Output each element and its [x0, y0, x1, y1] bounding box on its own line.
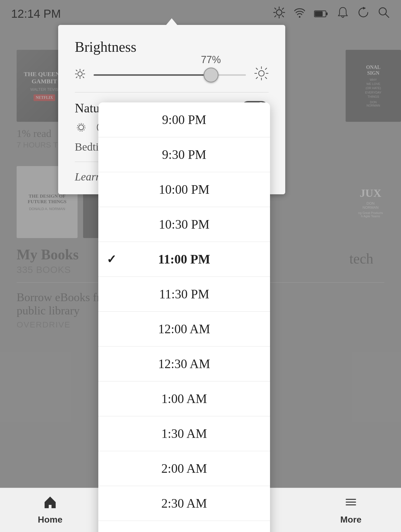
nav-more[interactable]: More [301, 495, 401, 525]
panel-arrow [166, 18, 177, 25]
svg-rect-11 [326, 12, 328, 15]
nav-home[interactable]: Home [0, 495, 100, 525]
brightness-slider[interactable]: 77% [94, 67, 246, 83]
svg-point-24 [259, 71, 264, 76]
sun-small-icon [75, 69, 85, 82]
svg-line-22 [83, 70, 84, 71]
svg-point-33 [79, 125, 84, 130]
time-option-1200am[interactable]: 12:00 AM [98, 312, 270, 347]
status-icons [273, 6, 390, 22]
time-option-1230am[interactable]: 12:30 AM [98, 347, 270, 381]
svg-point-15 [78, 72, 82, 76]
status-time: 12:14 PM [11, 7, 61, 20]
svg-line-7 [282, 8, 284, 9]
time-option-300am[interactable]: 3:00 AM [98, 521, 270, 532]
wifi-icon [294, 6, 306, 22]
time-option-1000pm[interactable]: 10:00 PM [98, 172, 270, 207]
svg-line-29 [256, 68, 258, 69]
svg-line-14 [385, 14, 389, 17]
svg-line-30 [265, 77, 267, 79]
svg-line-6 [282, 16, 284, 17]
time-option-200am[interactable]: 2:00 AM [98, 451, 270, 486]
time-option-930pm[interactable]: 9:30 PM [98, 137, 270, 172]
selected-checkmark: ✓ [107, 252, 116, 266]
svg-line-31 [265, 68, 267, 69]
svg-point-0 [276, 10, 282, 15]
brightness-slider-row: 77% [75, 66, 269, 84]
time-option-100am[interactable]: 1:00 AM [98, 381, 270, 416]
battery-icon [314, 7, 328, 21]
svg-line-8 [275, 16, 276, 17]
time-option-1030pm[interactable]: 10:30 PM [98, 207, 270, 242]
time-option-1130pm[interactable]: 11:30 PM [98, 277, 270, 312]
brightness-value: 77% [201, 54, 221, 66]
more-label: More [340, 515, 361, 525]
brightness-title: Brightness [75, 39, 269, 55]
svg-line-21 [83, 77, 84, 78]
sun-large-icon [254, 66, 269, 84]
more-icon [344, 495, 358, 512]
svg-rect-12 [315, 11, 323, 16]
brightness-status-icon[interactable] [273, 6, 285, 22]
notification-icon[interactable] [337, 6, 349, 22]
time-option-130am[interactable]: 1:30 AM [98, 416, 270, 451]
svg-line-23 [76, 77, 77, 78]
time-option-900pm[interactable]: 9:00 PM [98, 102, 270, 137]
svg-line-20 [76, 70, 77, 71]
svg-line-5 [275, 8, 276, 9]
svg-line-32 [256, 77, 258, 79]
status-bar: 12:14 PM [0, 0, 401, 28]
time-option-1100pm[interactable]: ✓ 11:00 PM [98, 242, 270, 277]
time-option-230am[interactable]: 2:30 AM [98, 486, 270, 521]
home-icon [43, 495, 57, 512]
divider-1 [75, 92, 269, 92]
search-icon[interactable] [378, 6, 390, 22]
sync-icon[interactable] [357, 6, 369, 22]
time-picker: 9:00 PM 9:30 PM 10:00 PM 10:30 PM ✓ 11:0… [98, 102, 270, 532]
warm-sun-icon [75, 121, 88, 135]
svg-point-9 [299, 16, 300, 18]
home-label: Home [38, 515, 63, 525]
